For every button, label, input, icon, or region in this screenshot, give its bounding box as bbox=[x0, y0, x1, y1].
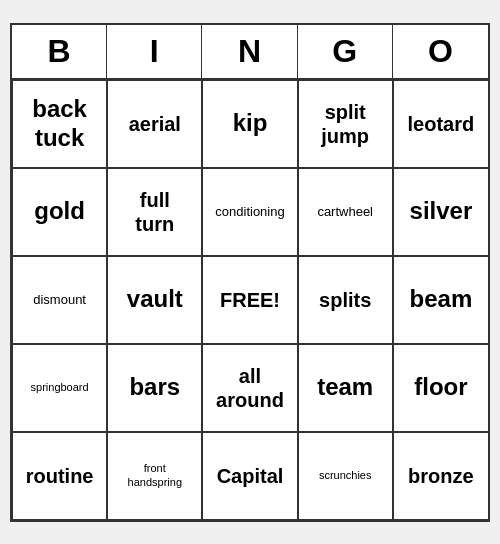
cell-text: team bbox=[317, 373, 373, 402]
cell-text: conditioning bbox=[215, 204, 284, 220]
cell-text: dismount bbox=[33, 292, 86, 308]
bingo-cell: silver bbox=[393, 168, 488, 256]
bingo-card: BINGO back tuckaerialkipsplit jumpleotar… bbox=[10, 23, 490, 522]
cell-text: all around bbox=[216, 364, 284, 412]
cell-text: kip bbox=[233, 109, 268, 138]
cell-text: cartwheel bbox=[317, 204, 373, 220]
bingo-cell: bars bbox=[107, 344, 202, 432]
cell-text: scrunchies bbox=[319, 469, 372, 482]
cell-text: full turn bbox=[135, 188, 174, 236]
bingo-cell: gold bbox=[12, 168, 107, 256]
bingo-cell: dismount bbox=[12, 256, 107, 344]
cell-text: silver bbox=[410, 197, 473, 226]
bingo-cell: vault bbox=[107, 256, 202, 344]
header-letter: N bbox=[202, 25, 297, 78]
cell-text: split jump bbox=[321, 100, 369, 148]
bingo-cell: all around bbox=[202, 344, 297, 432]
bingo-cell: scrunchies bbox=[298, 432, 393, 520]
bingo-cell: aerial bbox=[107, 80, 202, 168]
cell-text: front handspring bbox=[128, 462, 182, 488]
bingo-cell: split jump bbox=[298, 80, 393, 168]
bingo-cell: kip bbox=[202, 80, 297, 168]
cell-text: bars bbox=[129, 373, 180, 402]
cell-text: vault bbox=[127, 285, 183, 314]
bingo-cell: back tuck bbox=[12, 80, 107, 168]
header-letter: O bbox=[393, 25, 488, 78]
cell-text: Capital bbox=[217, 464, 284, 488]
bingo-header: BINGO bbox=[12, 25, 488, 80]
cell-text: FREE! bbox=[220, 288, 280, 312]
bingo-cell: FREE! bbox=[202, 256, 297, 344]
bingo-cell: floor bbox=[393, 344, 488, 432]
cell-text: beam bbox=[410, 285, 473, 314]
bingo-cell: splits bbox=[298, 256, 393, 344]
bingo-cell: conditioning bbox=[202, 168, 297, 256]
header-letter: G bbox=[298, 25, 393, 78]
bingo-cell: front handspring bbox=[107, 432, 202, 520]
cell-text: back tuck bbox=[32, 95, 87, 153]
cell-text: floor bbox=[414, 373, 467, 402]
bingo-cell: beam bbox=[393, 256, 488, 344]
cell-text: springboard bbox=[31, 381, 89, 394]
header-letter: B bbox=[12, 25, 107, 78]
cell-text: leotard bbox=[408, 112, 475, 136]
bingo-cell: springboard bbox=[12, 344, 107, 432]
bingo-cell: routine bbox=[12, 432, 107, 520]
bingo-cell: leotard bbox=[393, 80, 488, 168]
bingo-grid: back tuckaerialkipsplit jumpleotardgoldf… bbox=[12, 80, 488, 520]
bingo-cell: full turn bbox=[107, 168, 202, 256]
bingo-cell: Capital bbox=[202, 432, 297, 520]
cell-text: gold bbox=[34, 197, 85, 226]
bingo-cell: cartwheel bbox=[298, 168, 393, 256]
bingo-cell: bronze bbox=[393, 432, 488, 520]
cell-text: splits bbox=[319, 288, 371, 312]
cell-text: routine bbox=[26, 464, 94, 488]
cell-text: aerial bbox=[129, 112, 181, 136]
bingo-cell: team bbox=[298, 344, 393, 432]
cell-text: bronze bbox=[408, 464, 474, 488]
header-letter: I bbox=[107, 25, 202, 78]
